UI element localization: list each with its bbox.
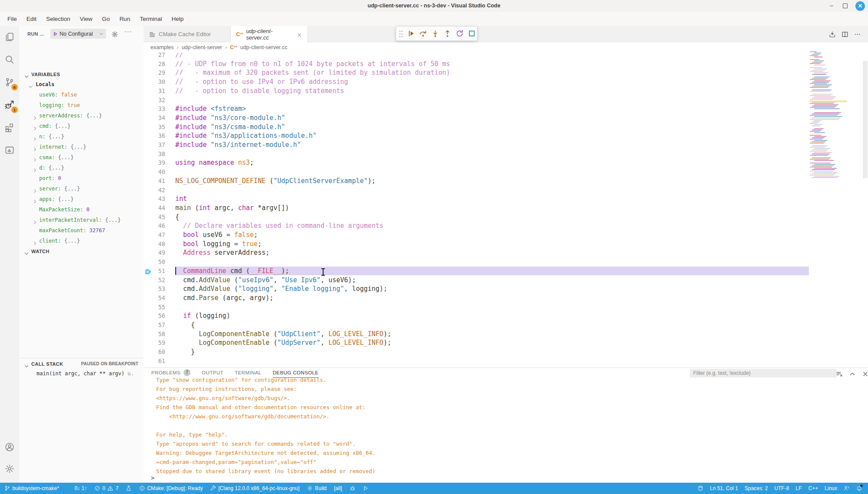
code-line-45[interactable]: { xyxy=(175,213,179,222)
line-number-32[interactable]: 32 xyxy=(144,96,165,105)
status-cmake-variant[interactable]: CMake: [Debug]: Ready xyxy=(139,485,203,491)
code-line-43[interactable]: int xyxy=(175,194,187,204)
code-line-39[interactable]: using namespace ns3; xyxy=(175,158,254,167)
code-line-33[interactable]: #include <fstream> xyxy=(175,104,246,113)
code-line-46[interactable]: // Declare variables used in command-lin… xyxy=(175,221,384,230)
variable-row-client[interactable]: client: {...} xyxy=(19,236,144,246)
stepout-button[interactable] xyxy=(443,29,452,38)
console-filter-input[interactable] xyxy=(690,369,837,377)
code-line-35[interactable]: #include "ns3/csma-module.h" xyxy=(175,123,285,132)
code-line-36[interactable]: #include "ns3/applications-module.h" xyxy=(175,131,317,140)
toolbar-drag-handle-icon[interactable] xyxy=(399,30,403,37)
close-panel-icon[interactable] xyxy=(862,370,868,377)
variable-row-apps[interactable]: apps: {...} xyxy=(19,194,144,204)
continue-button[interactable] xyxy=(407,29,415,38)
menu-go[interactable]: Go xyxy=(97,16,115,22)
editor-tab-udp-client-server-cc[interactable]: C++udp-client-server.cc xyxy=(231,26,308,43)
code-line-48[interactable]: bool logging = true; xyxy=(175,240,262,249)
menu-file[interactable]: File xyxy=(3,16,22,22)
code-line-60[interactable]: } xyxy=(175,347,195,357)
variable-row-d[interactable]: d: {...} xyxy=(19,163,144,173)
code-line-29[interactable]: // - maximum of 320 packets sent (or lim… xyxy=(175,68,450,77)
variable-row-interPacketInterval[interactable]: interPacketInterval: {...} xyxy=(19,215,144,225)
status-language-mode[interactable]: C++ xyxy=(808,485,818,491)
breadcrumb-item[interactable]: udp-client-server xyxy=(182,44,222,50)
line-number-35[interactable]: 35 xyxy=(144,123,165,132)
code-line-51[interactable]: CommandLine cmd (__FILE__); xyxy=(175,267,289,276)
split-editor-icon[interactable] xyxy=(841,30,848,38)
line-number-41[interactable]: 41 xyxy=(144,177,165,186)
line-number-55[interactable]: 55 xyxy=(144,303,165,312)
code-line-30[interactable]: // - option to use IPv4 or IPv6 addressi… xyxy=(175,77,348,87)
line-number-36[interactable]: 36 xyxy=(144,131,165,140)
code-line-58[interactable]: LogComponentEnable ("UdpClient", LOG_LEV… xyxy=(175,330,391,339)
line-number-57[interactable]: 57 xyxy=(144,320,165,330)
run-file-icon[interactable] xyxy=(829,30,836,38)
code-line-59[interactable]: LogComponentEnable ("UdpServer", LOG_LEV… xyxy=(175,338,391,347)
line-number-49[interactable]: 49 xyxy=(144,248,165,257)
call-stack-frame[interactable]: main(int argc, char ** argv)u. xyxy=(19,369,144,378)
status-beaker[interactable] xyxy=(126,485,132,491)
code-line-28[interactable]: // - UDP flow from n0 to n1 of 1024 byte… xyxy=(175,60,450,69)
activity-search-icon[interactable] xyxy=(3,53,17,67)
close-tab-icon[interactable] xyxy=(297,31,302,37)
line-number-28[interactable]: 28 xyxy=(144,60,165,69)
debug-more-actions-icon[interactable]: ··· xyxy=(124,27,132,35)
line-number-56[interactable]: 56 xyxy=(144,311,165,320)
code-line-49[interactable]: Address serverAddress; xyxy=(175,248,270,257)
editor-scrollbar[interactable] xyxy=(863,61,868,178)
status-git-branch[interactable]: buildsystem-cmake* xyxy=(4,485,59,491)
debug-configuration-dropdown[interactable]: No Configural xyxy=(50,29,106,39)
line-number-30[interactable]: 30 xyxy=(144,77,165,87)
menu-edit[interactable]: Edit xyxy=(22,16,41,22)
code-line-52[interactable]: cmd.AddValue ("useIpv6", "Use Ipv6", use… xyxy=(175,276,356,285)
maximize-button[interactable] xyxy=(843,3,848,8)
status-cursor-position[interactable]: Ln 51, Col 1 xyxy=(710,485,738,491)
status-cmake-launch[interactable] xyxy=(363,485,369,491)
status-notifications[interactable] xyxy=(856,485,862,492)
watch-section-header[interactable]: WATCH xyxy=(19,247,144,256)
line-number-47[interactable]: 47 xyxy=(144,230,165,240)
stepinto-button[interactable] xyxy=(431,29,440,38)
line-number-44[interactable]: 44 xyxy=(144,204,165,213)
status-cmake-kit[interactable]: [Clang 12.0.0 x86_64-pc-linux-gnu] xyxy=(210,485,300,491)
debug-settings-gear-icon[interactable] xyxy=(111,30,118,38)
status-sync-changes[interactable]: 0↓ 1↑ xyxy=(67,485,87,491)
menu-view[interactable]: View xyxy=(75,16,97,22)
line-number-34[interactable]: 34 xyxy=(144,113,165,123)
menu-run[interactable]: Run xyxy=(115,16,135,22)
activity-explorer-icon[interactable] xyxy=(3,30,17,44)
status-remote-os[interactable]: Linux xyxy=(825,485,837,491)
line-number-38[interactable]: 38 xyxy=(144,150,165,159)
status-storage[interactable] xyxy=(698,485,704,491)
code-line-47[interactable]: bool useV6 = false; xyxy=(175,230,258,240)
line-number-48[interactable]: 48 xyxy=(144,240,165,249)
line-number-53[interactable]: 53 xyxy=(144,284,165,294)
line-number-50[interactable]: 50 xyxy=(144,257,165,267)
variable-row-serverAddress[interactable]: serverAddress: {...} xyxy=(19,110,144,121)
line-number-46[interactable]: 46 xyxy=(144,221,165,230)
menu-help[interactable]: Help xyxy=(167,16,188,22)
panel-tab-debug-console[interactable]: DEBUG CONSOLE xyxy=(273,368,319,378)
code-line-54[interactable]: cmd.Parse (argc, argv); xyxy=(175,294,274,303)
editor-tab-cmake-cache-editor[interactable]: CMake Cache Editor xyxy=(144,26,231,42)
panel-tab-problems[interactable]: PROBLEMS7 xyxy=(151,368,190,378)
line-number-54[interactable]: 54 xyxy=(144,294,165,303)
minimize-button[interactable]: – xyxy=(827,1,836,10)
breadcrumb-item[interactable]: C++ udp-client-server.cc xyxy=(230,44,287,50)
variable-row-internet[interactable]: internet: {...} xyxy=(19,142,144,152)
breadcrumb-item[interactable]: examples xyxy=(150,44,174,50)
line-number-31[interactable]: 31 xyxy=(144,87,165,96)
activity-testing-icon[interactable] xyxy=(3,143,17,157)
stop-button[interactable] xyxy=(467,29,476,38)
line-number-52[interactable]: 52 xyxy=(144,276,165,285)
variable-row-server[interactable]: server: {...} xyxy=(19,184,144,194)
variable-row-port[interactable]: port: 0 xyxy=(19,173,144,184)
code-line-31[interactable]: // - option to disable logging statement… xyxy=(175,87,344,96)
console-prompt[interactable]: > xyxy=(151,474,154,481)
activity-extensions-icon[interactable] xyxy=(3,120,17,134)
call-stack-section-header[interactable]: CALL STACK PAUSED ON BREAKPOINT xyxy=(19,359,144,369)
line-number-60[interactable]: 60 xyxy=(144,347,165,357)
clear-console-icon[interactable] xyxy=(836,370,843,377)
variable-row-useV6[interactable]: useV6: false xyxy=(19,90,144,100)
